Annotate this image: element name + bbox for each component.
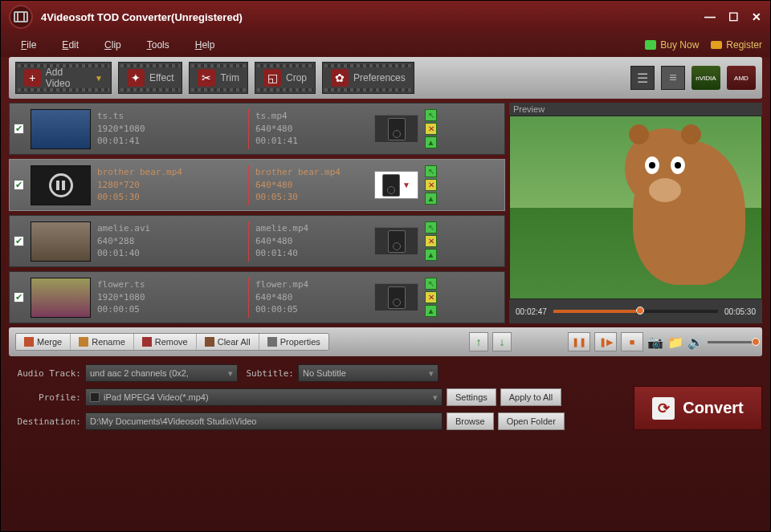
menu-tools[interactable]: Tools <box>135 36 182 54</box>
destination-label: Destination: <box>9 416 81 427</box>
ipad-icon <box>90 392 100 402</box>
app-window: 4Videosoft TOD Converter(Unregistered) —… <box>0 0 771 532</box>
ipad-icon <box>388 118 406 140</box>
row-expand-button[interactable]: ↖ <box>425 109 437 121</box>
preview-video[interactable] <box>509 116 762 299</box>
row-expand-button[interactable]: ↖ <box>425 278 437 290</box>
output-device-select[interactable] <box>374 115 418 143</box>
volume-slider[interactable] <box>708 341 756 343</box>
menu-file[interactable]: File <box>9 36 48 54</box>
convert-icon: ⟳ <box>652 397 675 420</box>
rename-button[interactable]: Rename <box>71 334 134 350</box>
list-toolbar: Merge Rename Remove Clear All Properties… <box>9 327 762 356</box>
settings-button[interactable]: Settings <box>447 388 496 406</box>
crop-icon: ◱ <box>263 69 281 87</box>
file-list: ✔ts.ts1920*108000:01:41ts.mp4640*48000:0… <box>9 103 505 323</box>
output-info: ts.mp4640*48000:01:41 <box>255 110 368 147</box>
pause-button[interactable]: ❚❚ <box>568 332 590 351</box>
apply-to-all-button[interactable]: Apply to All <box>500 388 561 406</box>
row-expand-button[interactable]: ↖ <box>425 165 437 177</box>
settings-area: Audio Track: und aac 2 channels (0x2, Su… <box>9 364 762 430</box>
destination-input[interactable]: D:\My Documents\4Videosoft Studio\Video <box>85 412 443 430</box>
clear-all-button[interactable]: Clear All <box>197 334 259 350</box>
file-checkbox[interactable]: ✔ <box>14 236 24 246</box>
preferences-button[interactable]: ✿ Preferences <box>322 62 414 94</box>
source-info: flower.ts1920*108000:00:05 <box>97 278 242 315</box>
chevron-down-icon: ▼ <box>402 181 410 189</box>
separator <box>248 109 249 149</box>
remove-button[interactable]: Remove <box>134 334 197 350</box>
profile-select[interactable]: iPad MPEG4 Video(*.mp4) <box>85 388 443 406</box>
audio-track-select[interactable]: und aac 2 channels (0x2, <box>85 364 238 382</box>
file-row[interactable]: ✔brother bear.mp41280*72000:05:30brother… <box>9 159 505 211</box>
merge-button[interactable]: Merge <box>16 334 71 350</box>
subtitle-label: Subtitle: <box>242 368 294 379</box>
file-row[interactable]: ✔flower.ts1920*108000:00:05flower.mp4640… <box>9 271 505 323</box>
open-folder-button[interactable]: Open Folder <box>498 412 565 430</box>
file-thumbnail <box>31 278 91 318</box>
file-row[interactable]: ✔amelie.avi640*28800:01:40amelie.mp4640*… <box>9 215 505 267</box>
register-link[interactable]: Register <box>711 39 762 51</box>
preview-panel: Preview 00:02:47 00:05:30 <box>509 103 762 323</box>
browse-button[interactable]: Browse <box>447 412 494 430</box>
row-expand-button[interactable]: ↖ <box>425 221 437 234</box>
wand-icon: ✦ <box>127 69 145 87</box>
properties-button[interactable]: Properties <box>259 334 328 350</box>
menu-help[interactable]: Help <box>183 36 227 54</box>
move-down-button[interactable]: ↓ <box>492 332 512 351</box>
audio-track-label: Audio Track: <box>9 368 81 379</box>
buy-now-link[interactable]: Buy Now <box>645 39 699 51</box>
main-toolbar: + Add Video ▼ ✦ Effect ✂ Trim ◱ Crop ✿ P… <box>9 57 762 99</box>
trash-icon <box>205 337 214 347</box>
detail-view-button[interactable]: ≡ <box>661 66 685 90</box>
row-remove-button[interactable]: ✕ <box>425 179 437 191</box>
effect-button[interactable]: ✦ Effect <box>118 62 182 94</box>
close-button[interactable]: ✕ <box>751 11 762 22</box>
row-up-button[interactable]: ▲ <box>425 193 437 205</box>
snapshot-button[interactable]: 📷 <box>647 335 663 348</box>
effect-label: Effect <box>149 72 173 83</box>
chevron-down-icon: ▼ <box>95 74 103 83</box>
separator <box>248 165 249 205</box>
total-time: 00:05:30 <box>724 307 756 316</box>
output-device-select[interactable] <box>374 227 418 255</box>
nvidia-badge: nVIDIA <box>691 66 720 90</box>
row-up-button[interactable]: ▲ <box>425 249 437 261</box>
row-remove-button[interactable]: ✕ <box>425 235 437 247</box>
file-checkbox[interactable]: ✔ <box>14 292 24 303</box>
profile-label: Profile: <box>9 392 81 403</box>
file-row[interactable]: ✔ts.ts1920*108000:01:41ts.mp4640*48000:0… <box>9 103 505 155</box>
row-remove-button[interactable]: ✕ <box>425 291 437 303</box>
file-checkbox[interactable]: ✔ <box>14 124 24 134</box>
timeline: 00:02:47 00:05:30 <box>509 299 762 323</box>
row-remove-button[interactable]: ✕ <box>425 123 437 135</box>
add-video-button[interactable]: + Add Video ▼ <box>15 62 112 94</box>
source-info: amelie.avi640*28800:01:40 <box>97 222 242 259</box>
menu-edit[interactable]: Edit <box>50 36 91 54</box>
menu-clip[interactable]: Clip <box>92 36 133 54</box>
output-device-select[interactable]: ▼ <box>374 171 418 199</box>
ipad-icon <box>382 174 400 197</box>
cart-icon <box>645 40 656 50</box>
open-snapshot-folder-button[interactable]: 📁 <box>667 335 683 348</box>
trim-button[interactable]: ✂ Trim <box>189 62 248 94</box>
output-device-select[interactable] <box>374 283 418 311</box>
minimize-button[interactable]: — <box>704 11 716 22</box>
plus-icon: + <box>24 69 41 87</box>
add-video-label: Add Video <box>46 67 88 89</box>
step-button[interactable]: ❚▶ <box>594 332 617 351</box>
maximize-button[interactable]: ☐ <box>728 11 739 22</box>
stop-button[interactable]: ■ <box>621 332 643 351</box>
list-view-button[interactable]: ☰ <box>630 66 655 90</box>
seek-slider[interactable] <box>553 310 718 313</box>
file-checkbox[interactable]: ✔ <box>14 180 24 190</box>
buy-now-label: Buy Now <box>660 39 699 51</box>
convert-button[interactable]: ⟳ Convert <box>634 386 762 430</box>
subtitle-select[interactable]: No Subtitle <box>298 364 439 382</box>
crop-button[interactable]: ◱ Crop <box>255 62 316 94</box>
row-up-button[interactable]: ▲ <box>425 305 437 317</box>
move-up-button[interactable]: ↑ <box>469 332 488 351</box>
window-title: 4Videosoft TOD Converter(Unregistered) <box>41 11 704 23</box>
x-icon <box>142 337 152 347</box>
row-up-button[interactable]: ▲ <box>425 136 437 148</box>
